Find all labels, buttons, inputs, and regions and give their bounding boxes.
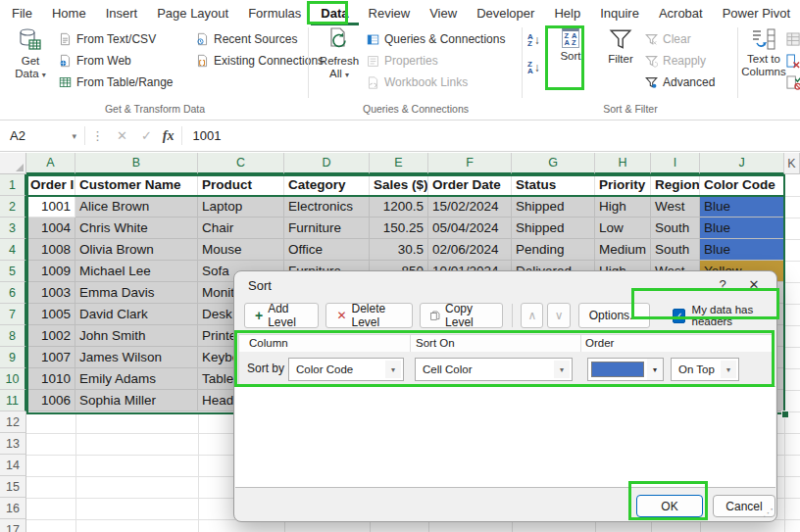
cell-row4-cold[interactable]: Office bbox=[284, 239, 370, 261]
cell-row3-cold[interactable]: Furniture bbox=[284, 218, 370, 239]
column-dropdown[interactable]: Color Code ▾ bbox=[288, 358, 404, 381]
tab-insert[interactable]: Insert bbox=[96, 1, 148, 25]
cancel-entry-icon[interactable]: ✕ bbox=[110, 128, 134, 143]
header-cell[interactable]: Order ID bbox=[26, 174, 75, 196]
move-level-up-button[interactable]: ∧ bbox=[521, 303, 543, 328]
cell-row3-colc[interactable]: Chair bbox=[198, 218, 284, 239]
delete-level-button[interactable]: ✕ Delete Level bbox=[325, 303, 413, 328]
column-header-f[interactable]: F bbox=[428, 153, 512, 174]
select-all-corner[interactable] bbox=[0, 153, 26, 174]
from-text-csv-button[interactable]: From Text/CSV bbox=[59, 28, 174, 50]
row-header-1[interactable]: 1 bbox=[0, 174, 26, 196]
header-cell[interactable]: Status bbox=[512, 174, 595, 196]
my-data-has-headers-checkbox[interactable]: ✓ My data has headers bbox=[673, 304, 776, 327]
tab-help[interactable]: Help bbox=[544, 1, 590, 25]
ok-button[interactable]: OK bbox=[636, 495, 703, 517]
cell-row4-colc[interactable]: Mouse bbox=[198, 239, 284, 261]
cell-row2-colf[interactable]: 15/02/2024 bbox=[428, 196, 512, 218]
row-header-16[interactable]: 16 bbox=[0, 498, 26, 519]
column-header-k[interactable]: K bbox=[784, 153, 800, 174]
tab-formulas[interactable]: Formulas bbox=[238, 1, 311, 25]
header-cell[interactable]: Customer Name bbox=[75, 174, 198, 196]
tab-review[interactable]: Review bbox=[359, 1, 421, 25]
flash-fill-button[interactable] bbox=[786, 28, 800, 50]
column-header-d[interactable]: D bbox=[284, 153, 370, 174]
cell-row9-colb[interactable]: James Wilson bbox=[75, 347, 198, 368]
refresh-all-button[interactable]: Refresh All ▾ bbox=[316, 27, 363, 81]
column-header-a[interactable]: A bbox=[26, 153, 75, 174]
remove-duplicates-button[interactable] bbox=[786, 50, 800, 72]
from-web-button[interactable]: From Web bbox=[59, 50, 174, 72]
cell-row8-colb[interactable]: John Smith bbox=[75, 325, 198, 347]
cell-row2-cold[interactable]: Electronics bbox=[284, 196, 370, 218]
tab-inquire[interactable]: Inquire bbox=[590, 1, 649, 25]
header-cell[interactable]: Category bbox=[284, 174, 370, 196]
cell-row10-cola[interactable]: 1010 bbox=[26, 368, 75, 390]
row-header-2[interactable]: 2 bbox=[0, 196, 26, 218]
header-cell[interactable]: Priority bbox=[595, 174, 651, 196]
row-header-13[interactable]: 13 bbox=[0, 433, 26, 455]
column-header-c[interactable]: C bbox=[198, 153, 284, 174]
cell-row3-colh[interactable]: Low bbox=[595, 218, 651, 239]
copy-level-button[interactable]: Copy Level bbox=[420, 303, 503, 328]
add-level-button[interactable]: + Add Level bbox=[244, 303, 319, 328]
cell-row4-colf[interactable]: 02/06/2024 bbox=[428, 239, 512, 261]
filter-button[interactable]: Filter bbox=[600, 27, 641, 66]
header-cell[interactable]: Order Date bbox=[428, 174, 512, 196]
tab-home[interactable]: Home bbox=[42, 1, 96, 25]
name-box[interactable]: A2 ▾ bbox=[0, 121, 84, 151]
row-header-7[interactable]: 7 bbox=[0, 304, 26, 325]
row-header-10[interactable]: 10 bbox=[0, 368, 26, 390]
tab-file[interactable]: File bbox=[2, 1, 42, 25]
tab-data[interactable]: Data bbox=[311, 1, 358, 25]
cell-row7-cola[interactable]: 1005 bbox=[26, 304, 75, 325]
move-level-down-button[interactable]: ∨ bbox=[547, 303, 570, 328]
cell-row2-colh[interactable]: High bbox=[595, 196, 651, 218]
cell-row8-cola[interactable]: 1002 bbox=[26, 325, 75, 347]
cell-row3-colj[interactable]: Blue bbox=[700, 218, 784, 239]
column-header-j[interactable]: J bbox=[700, 153, 784, 174]
row-header-4[interactable]: 4 bbox=[0, 239, 26, 261]
order-dropdown[interactable]: On Top ▾ bbox=[671, 358, 739, 381]
workbook-links-button[interactable]: Workbook Links bbox=[367, 72, 505, 93]
cell-row2-colc[interactable]: Laptop bbox=[198, 196, 284, 218]
cell-row10-colb[interactable]: Emily Adams bbox=[75, 368, 198, 390]
tab-acrobat[interactable]: Acrobat bbox=[649, 1, 713, 25]
reapply-filter-button[interactable]: Reapply bbox=[645, 50, 715, 72]
column-header-g[interactable]: G bbox=[512, 153, 595, 174]
cell-row7-colb[interactable]: David Clark bbox=[75, 304, 198, 325]
confirm-entry-icon[interactable]: ✓ bbox=[134, 128, 159, 143]
cell-row2-colb[interactable]: Alice Brown bbox=[75, 196, 198, 218]
cell-row3-coli[interactable]: South bbox=[651, 218, 700, 239]
sort-on-dropdown[interactable]: Cell Color ▾ bbox=[415, 358, 573, 381]
cell-row4-coli[interactable]: South bbox=[651, 239, 700, 261]
cell-row11-colb[interactable]: Sophia Miller bbox=[75, 390, 198, 411]
cell-row4-colj[interactable]: Blue bbox=[700, 239, 784, 261]
cell-row4-colh[interactable]: Medium bbox=[595, 239, 651, 261]
get-data-button[interactable]: Get Data ▾ bbox=[8, 27, 53, 81]
cell-row4-colb[interactable]: Olivia Brown bbox=[75, 239, 198, 261]
properties-button[interactable]: Properties bbox=[367, 50, 505, 72]
queries-connections-button[interactable]: Queries & Connections bbox=[367, 28, 505, 50]
cell-row4-colg[interactable]: Pending bbox=[512, 239, 595, 261]
cell-row2-coli[interactable]: West bbox=[651, 196, 700, 218]
cell-row9-cola[interactable]: 1007 bbox=[26, 347, 75, 368]
cell-row3-cola[interactable]: 1004 bbox=[26, 218, 75, 239]
cell-row2-cole[interactable]: 1200.5 bbox=[370, 196, 428, 218]
row-header-8[interactable]: 8 bbox=[0, 325, 26, 347]
row-header-11[interactable]: 11 bbox=[0, 390, 26, 411]
from-table-range-button[interactable]: From Table/Range bbox=[59, 72, 174, 93]
column-header-h[interactable]: H bbox=[595, 153, 651, 174]
header-cell[interactable]: Region bbox=[651, 174, 700, 196]
existing-connections-button[interactable]: Existing Connections bbox=[196, 50, 324, 72]
cell-row5-cola[interactable]: 1009 bbox=[26, 261, 75, 282]
cell-row3-colg[interactable]: Shipped bbox=[512, 218, 595, 239]
cell-row2-colg[interactable]: Shipped bbox=[512, 196, 595, 218]
cell-row11-cola[interactable]: 1006 bbox=[26, 390, 75, 411]
data-validation-button[interactable] bbox=[786, 72, 800, 93]
insert-function-icon[interactable]: fx bbox=[159, 128, 182, 144]
cell-row3-colb[interactable]: Chris White bbox=[75, 218, 198, 239]
formula-input[interactable]: 1001 bbox=[192, 128, 221, 143]
cell-row2-cola[interactable]: 1001 bbox=[26, 196, 75, 218]
sort-button[interactable]: ZA AZ Sort bbox=[553, 27, 588, 63]
